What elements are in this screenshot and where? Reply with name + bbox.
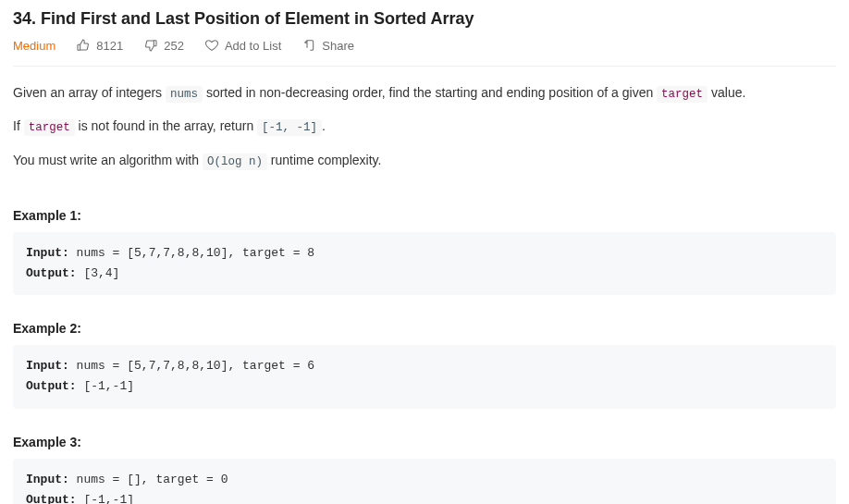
share-button[interactable]: Share [301,38,354,53]
like-button[interactable]: 8121 [76,38,123,53]
like-count: 8121 [96,39,123,53]
dislike-count: 252 [164,39,184,53]
example-heading-2: Example 2: [13,321,836,336]
add-to-list-label: Add to List [225,39,281,53]
example-heading-3: Example 3: [13,435,836,449]
difficulty-badge: Medium [13,39,55,53]
code-target: target [657,86,708,103]
code-nums: nums [166,86,203,103]
code-return: [-1, -1] [257,119,322,136]
example-heading-1: Example 1: [13,208,836,223]
share-label: Share [322,39,354,53]
problem-title: 34. Find First and Last Position of Elem… [13,9,836,29]
thumbs-down-icon [143,38,158,53]
code-target: target [24,119,75,136]
example-block-1: Input: nums = [5,7,7,8,8,10], target = 8… [13,232,836,295]
desc-paragraph-1: Given an array of integers nums sorted i… [13,83,836,104]
heart-icon [204,38,219,53]
desc-paragraph-2: If target is not found in the array, ret… [13,117,836,137]
example-block-2: Input: nums = [5,7,7,8,8,10], target = 6… [13,345,836,408]
code-complexity: O(log n) [203,154,267,170]
problem-description: Given an array of integers nums sorted i… [13,83,836,171]
dislike-button[interactable]: 252 [143,38,184,53]
thumbs-up-icon [76,38,91,53]
desc-paragraph-3: You must write an algorithm with O(log n… [13,151,836,171]
add-to-list-button[interactable]: Add to List [204,38,281,53]
example-block-3: Input: nums = [], target = 0 Output: [-1… [13,459,836,505]
share-icon [301,38,316,53]
meta-row: Medium 8121 252 Add to List Share [13,38,836,67]
